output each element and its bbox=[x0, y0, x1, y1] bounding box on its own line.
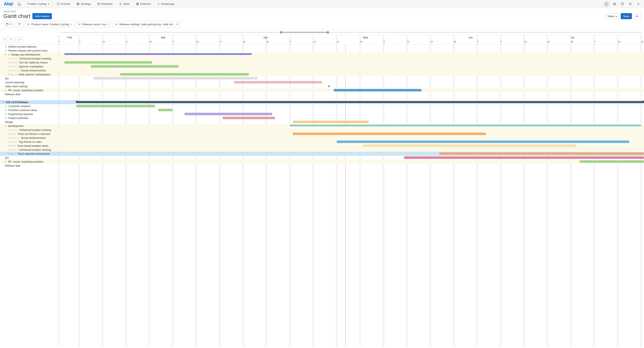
nav-strategy[interactable]: Strategy bbox=[74, 0, 94, 8]
row-label: Define included features bbox=[8, 45, 36, 48]
save-button[interactable]: Save bbox=[621, 13, 632, 19]
nav-ideas[interactable]: Ideas bbox=[116, 0, 133, 8]
gantt-row[interactable]: ▾iOS v4.23 Release bbox=[0, 100, 58, 104]
gantt-row[interactable]: QA bbox=[0, 156, 58, 160]
row-label: Development bbox=[8, 125, 24, 128]
top-nav: Aha! Fredwin Cycling▼ ProductStrategyRel… bbox=[0, 0, 644, 8]
milestone-marker[interactable] bbox=[328, 85, 330, 87]
gantt-bar[interactable] bbox=[222, 117, 275, 119]
gantt-row[interactable]: QA bbox=[0, 76, 58, 80]
add-release-button[interactable]: Add release bbox=[32, 13, 52, 19]
gantt-bar[interactable] bbox=[293, 121, 369, 123]
help-icon[interactable] bbox=[618, 0, 626, 8]
gantt-row[interactable]: Release date bbox=[0, 164, 58, 168]
gantt-bar[interactable] bbox=[404, 156, 644, 159]
gantt-bar[interactable] bbox=[363, 145, 577, 147]
filter-pill[interactable]: ⊗Release settings: Hide parking lots, Hi… bbox=[113, 21, 180, 27]
svg-point-11 bbox=[614, 3, 615, 4]
gantt-row[interactable]: CYCL-E-13Social enhancements bbox=[0, 68, 58, 72]
gantt-row[interactable]: ▾Development bbox=[0, 124, 58, 128]
day-label: 14 bbox=[313, 40, 316, 43]
filter-pill[interactable]: ⊗Product name: Fredwin Cycling⇅ bbox=[25, 21, 74, 27]
breadcrumb[interactable]: Gantt chart bbox=[3, 10, 641, 13]
gantt-row[interactable]: Release date bbox=[0, 92, 58, 96]
gantt-row[interactable]: ▸PR, social, marketing activities bbox=[0, 88, 58, 92]
gantt-row[interactable]: Design bbox=[0, 120, 58, 124]
gantt-row[interactable]: ▾✔Design and development bbox=[0, 53, 58, 57]
filter-pill[interactable]: ⊗Release name: Any⇅ bbox=[76, 21, 112, 27]
chevron-down-icon[interactable]: ▾ bbox=[5, 125, 7, 127]
workspace-selector[interactable]: Fredwin Cycling▼ bbox=[25, 1, 52, 6]
user-avatar[interactable] bbox=[602, 0, 610, 8]
gantt-row[interactable]: FRED-20Daily sponsor sweepstakes bbox=[0, 72, 58, 76]
item-ref: FRED-2 bbox=[8, 145, 16, 147]
redo-button[interactable]: ↷ bbox=[8, 37, 14, 43]
item-ref: CYCL-E-13 bbox=[8, 69, 20, 72]
gantt-row[interactable]: FRED-11Sponsor marketplace bbox=[0, 64, 58, 68]
logo[interactable]: Aha! bbox=[2, 1, 15, 7]
add-icon[interactable] bbox=[634, 0, 642, 8]
gantt-bar[interactable] bbox=[334, 89, 422, 91]
undo-button[interactable]: ↶ bbox=[2, 37, 8, 43]
gantt-row[interactable]: CYCL-E-8Enhanced location tracking bbox=[0, 148, 58, 152]
gantt-row[interactable]: ✔Feature definition bbox=[0, 116, 58, 120]
gantt-bar[interactable] bbox=[76, 105, 155, 107]
search-icon[interactable] bbox=[626, 0, 634, 8]
gantt-bar[interactable] bbox=[337, 141, 629, 143]
gantt-row[interactable]: CYCL-E-13Social enhancements bbox=[0, 136, 58, 140]
gantt-row[interactable]: ✔Prioritize customer ideas bbox=[0, 108, 58, 112]
gantt-row[interactable]: FRED-2Push based weather alerts bbox=[0, 144, 58, 148]
clear-filter-icon[interactable]: ⊗ bbox=[27, 22, 30, 26]
gantt-row[interactable]: Sales team training bbox=[0, 84, 58, 88]
gantt-row[interactable]: ✔Review release with product team bbox=[0, 49, 58, 53]
gantt-timeline[interactable]: 7310172431017243171421285121926291623307… bbox=[58, 35, 644, 347]
gear-dropdown[interactable]: ▼ bbox=[15, 37, 24, 43]
gantt-row[interactable]: ✔Engineering requests bbox=[0, 112, 58, 116]
gantt-row[interactable]: FRED-1Track my friends in real-time bbox=[0, 132, 58, 136]
settings-icon[interactable] bbox=[610, 0, 618, 8]
gantt-bar[interactable] bbox=[94, 77, 258, 80]
gantt-bar[interactable] bbox=[234, 81, 322, 83]
chevron-right-icon[interactable]: ▸ bbox=[5, 89, 7, 91]
svg-rect-14 bbox=[6, 23, 8, 25]
more-menu-button[interactable]: ••• bbox=[633, 13, 641, 19]
nav-product[interactable]: Product bbox=[54, 0, 74, 8]
gantt-bar[interactable] bbox=[439, 152, 644, 155]
gantt-row[interactable]: ▸PR, social, marketing activities bbox=[0, 160, 58, 164]
gantt-row[interactable]: CYCL-E-8Enhanced location tracking bbox=[0, 128, 58, 132]
gantt-bar[interactable] bbox=[290, 125, 641, 126]
gantt-bar[interactable] bbox=[64, 61, 152, 64]
gantt-row[interactable]: FRED-17Tag friends on rides bbox=[0, 140, 58, 144]
nav-releases[interactable]: Releases bbox=[94, 0, 116, 8]
gantt-bar[interactable] bbox=[158, 109, 173, 111]
chevron-down-icon[interactable]: ▾ bbox=[5, 53, 7, 56]
gantt-bar[interactable] bbox=[64, 53, 252, 55]
svg-point-15 bbox=[18, 39, 18, 40]
nav-features[interactable]: Features bbox=[133, 0, 154, 8]
gantt-bar[interactable] bbox=[120, 73, 249, 76]
filter-button[interactable] bbox=[16, 21, 23, 27]
gantt-bar[interactable] bbox=[580, 160, 644, 163]
gantt-bar[interactable] bbox=[293, 133, 486, 135]
gantt-bar[interactable] bbox=[184, 113, 272, 115]
gantt-row[interactable]: CYCL-E-8Enhanced location tracking bbox=[0, 57, 58, 61]
gantt-bar[interactable] bbox=[91, 65, 178, 68]
gantt-row[interactable]: Launch planning bbox=[0, 80, 58, 84]
chevron-down-icon[interactable]: ▾ bbox=[3, 101, 5, 103]
gantt-row[interactable]: FRED-12Tour de California history bbox=[0, 61, 58, 64]
row-label: Enhanced location tracking bbox=[20, 129, 51, 132]
gantt-row[interactable]: FRED-5Track required maintenance bbox=[0, 152, 58, 156]
home-icon[interactable] bbox=[15, 0, 23, 8]
day-label: 2 bbox=[477, 40, 478, 43]
chevron-right-icon[interactable]: ▸ bbox=[5, 161, 7, 163]
gantt-row[interactable]: ✔Define included features bbox=[0, 45, 58, 49]
views-dropdown[interactable]: Views ▼ bbox=[605, 13, 620, 19]
nav-roadmaps[interactable]: Roadmaps bbox=[154, 0, 178, 8]
timeline-scrubber[interactable] bbox=[58, 30, 644, 35]
clear-filter-icon[interactable]: ⊗ bbox=[78, 22, 81, 26]
gantt-bar[interactable] bbox=[76, 101, 644, 103]
clear-filter-icon[interactable]: ⊗ bbox=[115, 22, 118, 26]
row-label: Track my friends in real-time bbox=[18, 133, 50, 136]
gantt-row[interactable]: ✔Customer research bbox=[0, 104, 58, 108]
date-range-button[interactable]: ▼ bbox=[3, 21, 14, 27]
